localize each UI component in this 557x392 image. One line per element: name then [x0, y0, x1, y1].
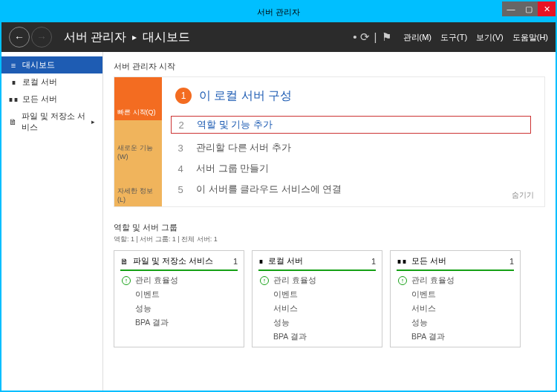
breadcrumb-page: 대시보드 [143, 30, 190, 45]
welcome-content: 1 이 로컬 서버 구성 2 역할 및 기능 추가 3 관리할 다른 서버 추가 [162, 77, 544, 206]
nav-back-button[interactable]: ← [9, 27, 30, 48]
group-metric-row[interactable]: 서비스 [398, 304, 514, 314]
welcome-tab-learnmore[interactable]: 자세한 정보(L) [114, 163, 162, 206]
group-metric-row[interactable]: 서비스 [260, 304, 376, 314]
group-card-title: 로컬 서버 [268, 255, 303, 267]
server-manager-window: 서버 관리자 — ▢ ✕ ← → 서버 관리자 ▸ 대시보드 • ⟳ | ⚑ 관… [1, 1, 556, 391]
breadcrumb: 서버 관리자 ▸ 대시보드 [64, 30, 190, 45]
flag-icon[interactable]: ⚑ [382, 30, 391, 44]
titlebar: 서버 관리자 — ▢ ✕ [1, 1, 556, 22]
chevron-right-icon: ▸ [91, 118, 95, 125]
group-metric-row[interactable]: BPA 결과 [260, 332, 376, 342]
welcome-panel: 빠른 시작(Q) 새로운 기능(W) 자세한 정보(L) 1 이 로컬 서버 구… [114, 76, 545, 207]
menu-view[interactable]: 보기(V) [476, 32, 504, 43]
welcome-heading: 1 이 로컬 서버 구성 [175, 88, 531, 104]
nav-forward-button: → [31, 27, 52, 48]
group-card-all-servers[interactable]: ∎∎ 모든 서버 1 ↑관리 효율성 이벤트 서비스 성능 BPA 결과 [390, 250, 521, 347]
configure-local-server-link[interactable]: 이 로컬 서버 구성 [199, 88, 292, 104]
group-card-header: ∎∎ 모든 서버 1 [397, 255, 514, 271]
local-server-icon: ∎ [258, 256, 264, 266]
sidebar-item-label: 로컬 서버 [22, 76, 57, 88]
metric-label: 관리 효율성 [411, 275, 455, 286]
welcome-tab-whatsnew[interactable]: 새로운 기능(W) [114, 120, 162, 163]
sidebar-item-file-storage[interactable]: 🗎 파일 및 저장소 서비스 ▸ [1, 108, 102, 136]
group-metric-row[interactable]: 이벤트 [122, 290, 238, 300]
welcome-step-add-servers[interactable]: 3 관리할 다른 서버 추가 [175, 141, 531, 154]
metric-label: 이벤트 [273, 290, 298, 300]
breadcrumb-root[interactable]: 서버 관리자 [64, 30, 126, 45]
status-ok-icon: ↑ [122, 276, 131, 285]
step-number: 2 [176, 120, 186, 131]
main-content: 서버 관리자 시작 빠른 시작(Q) 새로운 기능(W) 자세한 정보(L) 1… [103, 52, 556, 391]
step-label: 관리할 다른 서버 추가 [196, 141, 291, 154]
step-number: 5 [175, 184, 186, 195]
welcome-tab-quickstart[interactable]: 빠른 시작(Q) [114, 77, 162, 120]
group-card-body: ↑관리 효율성 이벤트 서비스 성능 BPA 결과 [258, 275, 376, 342]
minimize-button[interactable]: — [502, 1, 520, 16]
groups-title: 역할 및 서버 그룹 [114, 222, 545, 233]
group-metric-row[interactable]: 성능 [260, 318, 376, 328]
group-card-count: 1 [509, 257, 514, 266]
sidebar: ≡ 대시보드 ∎ 로컬 서버 ∎∎ 모든 서버 🗎 파일 및 저장소 서비스 ▸ [1, 52, 103, 391]
groups-meta: 역할: 1 | 서버 그룹: 1 | 전체 서버: 1 [114, 235, 545, 244]
window-title: 서버 관리자 [257, 7, 300, 18]
file-storage-icon: 🗎 [9, 117, 17, 126]
group-card-body: ↑관리 효율성 이벤트 서비스 성능 BPA 결과 [397, 275, 514, 342]
sidebar-item-local-server[interactable]: ∎ 로컬 서버 [1, 74, 102, 91]
metric-label: 성능 [273, 318, 290, 328]
group-card-local-server[interactable]: ∎ 로컬 서버 1 ↑관리 효율성 이벤트 서비스 성능 BPA 결과 [252, 250, 382, 347]
group-metric-row[interactable]: 성능 [122, 304, 238, 314]
groups-row: 🗎 파일 및 저장소 서비스 1 ↑관리 효율성 이벤트 성능 BPA 결과 [114, 250, 545, 347]
sidebar-item-all-servers[interactable]: ∎∎ 모든 서버 [1, 91, 102, 108]
group-metric-row[interactable]: ↑관리 효율성 [398, 275, 514, 286]
file-storage-icon: 🗎 [120, 257, 128, 266]
close-button[interactable]: ✕ [538, 1, 556, 16]
metric-label: 이벤트 [411, 290, 436, 300]
welcome-step-add-roles[interactable]: 2 역할 및 기능 추가 [171, 116, 531, 134]
group-card-title: 모든 서버 [411, 255, 446, 267]
metric-label: 관리 효율성 [273, 275, 316, 286]
group-metric-row[interactable]: ↑관리 효율성 [260, 275, 376, 286]
body: ≡ 대시보드 ∎ 로컬 서버 ∎∎ 모든 서버 🗎 파일 및 저장소 서비스 ▸… [1, 52, 556, 391]
metric-label: 성능 [135, 304, 152, 314]
refresh-dropdown-icon[interactable]: • ⟳ [353, 30, 369, 44]
all-servers-icon: ∎∎ [397, 256, 407, 266]
group-metric-row[interactable]: 성능 [398, 318, 514, 328]
menu-tools[interactable]: 도구(T) [440, 32, 467, 43]
step-label: 서버 그룹 만들기 [196, 162, 269, 175]
metric-label: 성능 [411, 318, 428, 328]
local-server-icon: ∎ [9, 77, 18, 87]
group-card-count: 1 [233, 257, 238, 266]
hide-welcome-link[interactable]: 숨기기 [512, 190, 534, 200]
step-number: 4 [175, 163, 186, 174]
group-card-count: 1 [371, 257, 376, 266]
group-card-file-storage[interactable]: 🗎 파일 및 저장소 서비스 1 ↑관리 효율성 이벤트 성능 BPA 결과 [114, 250, 244, 347]
dashboard-icon: ≡ [9, 61, 18, 70]
welcome-steps-list: 2 역할 및 기능 추가 3 관리할 다른 서버 추가 4 서버 그룹 만들기 [175, 116, 531, 196]
group-metric-row[interactable]: 이벤트 [398, 290, 514, 300]
menu-manage[interactable]: 관리(M) [403, 32, 432, 43]
status-ok-icon: ↑ [260, 276, 269, 285]
group-card-body: ↑관리 효율성 이벤트 성능 BPA 결과 [120, 275, 238, 328]
menu-help[interactable]: 도움말(H) [512, 32, 548, 43]
group-metric-row[interactable]: BPA 결과 [398, 332, 514, 342]
group-card-title: 파일 및 저장소 서비스 [133, 255, 213, 267]
group-metric-row[interactable]: 이벤트 [260, 290, 376, 300]
metric-label: 서비스 [411, 304, 436, 314]
group-metric-row[interactable]: BPA 결과 [122, 318, 238, 328]
metric-label: 서비스 [273, 304, 298, 314]
group-metric-row[interactable]: ↑관리 효율성 [122, 275, 238, 286]
step-badge: 1 [175, 88, 192, 104]
welcome-tabs: 빠른 시작(Q) 새로운 기능(W) 자세한 정보(L) [114, 77, 162, 206]
maximize-button[interactable]: ▢ [520, 1, 538, 16]
welcome-step-create-group[interactable]: 4 서버 그룹 만들기 [175, 162, 531, 175]
sidebar-item-label: 모든 서버 [22, 94, 57, 105]
group-card-header: 🗎 파일 및 저장소 서비스 1 [120, 255, 238, 271]
metric-label: BPA 결과 [135, 318, 169, 328]
sidebar-item-dashboard[interactable]: ≡ 대시보드 [1, 56, 102, 74]
window-controls: — ▢ ✕ [502, 1, 556, 16]
welcome-step-cloud-connect[interactable]: 5 이 서버를 클라우드 서비스에 연결 [175, 183, 531, 196]
divider: | [374, 30, 377, 44]
sidebar-item-label: 대시보드 [22, 59, 55, 71]
all-servers-icon: ∎∎ [9, 94, 18, 104]
